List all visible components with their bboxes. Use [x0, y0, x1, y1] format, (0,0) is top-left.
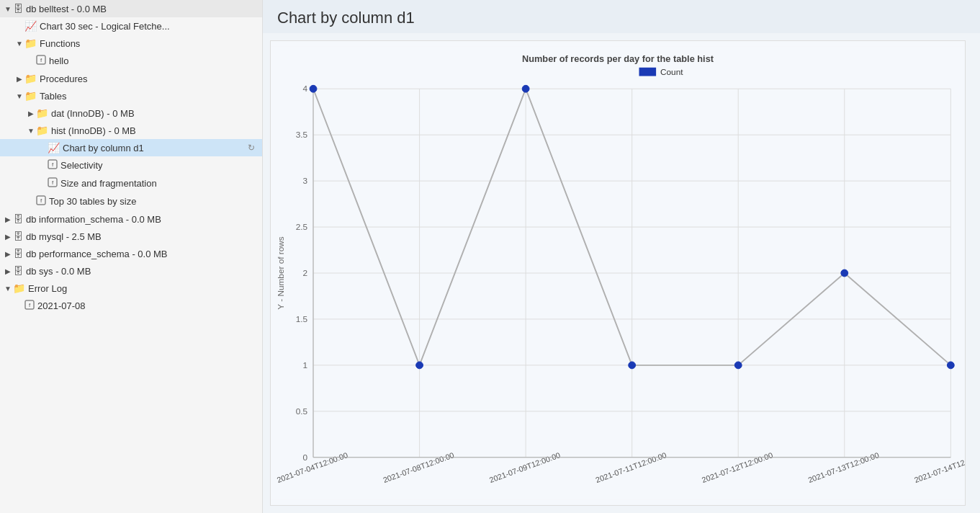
- database-icon: 🗄: [13, 213, 23, 225]
- chevron-icon: ▼: [14, 92, 24, 100]
- folder-icon: 📁: [24, 90, 37, 102]
- database-icon: 🗄: [13, 248, 23, 259]
- svg-text:f: f: [29, 302, 31, 308]
- chevron-icon: ▶: [3, 233, 13, 241]
- chevron-icon: ▶: [3, 267, 13, 275]
- svg-point-52: [947, 362, 954, 369]
- sidebar-item-label: Chart 30 sec - Logical Fetche...: [40, 21, 170, 32]
- sidebar-item-dat-innodb[interactable]: ▶📁dat (InnoDB) - 0 MB: [0, 104, 262, 122]
- sidebar-item-top30[interactable]: fTop 30 tables by size: [0, 192, 262, 210]
- sidebar-item-label: dat (InnoDB) - 0 MB: [51, 108, 135, 119]
- sidebar-item-label: Tables: [40, 91, 67, 102]
- svg-text:1.5: 1.5: [296, 314, 308, 324]
- svg-point-47: [416, 362, 423, 369]
- sidebar-item-label: db mysql - 2.5 MB: [26, 231, 102, 242]
- main-content: Chart by column d1 00.511.522.533.542021…: [263, 0, 980, 513]
- svg-text:Number of records per day for : Number of records per day for the table …: [522, 53, 714, 64]
- folder-icon: 📁: [36, 107, 48, 119]
- svg-text:0: 0: [303, 452, 308, 463]
- svg-point-49: [629, 362, 636, 369]
- svg-text:f: f: [40, 197, 42, 204]
- sidebar-item-db-belltest[interactable]: ▼🗄db belltest - 0.0 MB: [0, 0, 262, 17]
- sidebar-item-chart-column-d1[interactable]: 📈Chart by column d1↻: [0, 139, 262, 156]
- sidebar-item-label: hist (InnoDB) - 0 MB: [51, 125, 136, 136]
- svg-text:f: f: [40, 57, 42, 63]
- chevron-icon: ▶: [14, 75, 24, 83]
- sidebar-item-error-log[interactable]: ▼📁Error Log: [0, 280, 262, 297]
- sidebar-item-hello[interactable]: fhello: [0, 52, 262, 70]
- svg-text:3.5: 3.5: [296, 130, 308, 140]
- reload-icon[interactable]: ↻: [248, 143, 259, 153]
- sidebar-item-hist-innodb[interactable]: ▼📁hist (InnoDB) - 0 MB: [0, 122, 262, 139]
- line-chart: 00.511.522.533.542021-07-04T12:00:002021…: [271, 41, 965, 505]
- sidebar-item-label: Chart by column d1: [63, 143, 144, 153]
- svg-text:Count: Count: [660, 67, 683, 77]
- folder-icon: 📁: [24, 73, 37, 84]
- sidebar-item-errorlog-date[interactable]: f2021-07-08: [0, 297, 262, 315]
- database-icon: 🗄: [13, 265, 23, 277]
- sidebar-item-selectivity[interactable]: fSelectivity: [0, 156, 262, 174]
- database-icon: 🗄: [13, 231, 23, 242]
- sidebar-item-label: Procedures: [40, 73, 87, 84]
- svg-text:f: f: [52, 179, 54, 186]
- sidebar-item-db-perf-schema[interactable]: ▶🗄db performance_schema - 0.0 MB: [0, 245, 262, 262]
- folder-icon: 📁: [24, 37, 37, 49]
- svg-rect-54: [639, 68, 657, 76]
- function-icon: f: [36, 195, 46, 208]
- database-icon: 🗄: [13, 3, 23, 14]
- sidebar-item-chart-30sec[interactable]: 📈Chart 30 sec - Logical Fetche...: [0, 17, 262, 35]
- chart-icon: 📈: [24, 20, 37, 32]
- chart-container: 00.511.522.533.542021-07-04T12:00:002021…: [270, 40, 966, 506]
- sidebar-item-tables[interactable]: ▼📁Tables: [0, 87, 262, 104]
- function-icon: f: [36, 55, 46, 67]
- chevron-icon: ▶: [3, 215, 13, 223]
- sidebar-item-functions[interactable]: ▼📁Functions: [0, 35, 262, 52]
- sidebar: ▼🗄db belltest - 0.0 MB📈Chart 30 sec - Lo…: [0, 0, 263, 513]
- chart-area: 00.511.522.533.542021-07-04T12:00:002021…: [263, 33, 980, 513]
- function-icon: f: [48, 177, 58, 189]
- sidebar-item-db-info-schema[interactable]: ▶🗄db information_schema - 0.0 MB: [0, 210, 262, 228]
- sidebar-item-label: Error Log: [28, 283, 67, 294]
- svg-point-46: [310, 85, 317, 92]
- sidebar-item-label: Selectivity: [60, 160, 103, 171]
- svg-point-51: [841, 269, 848, 277]
- function-icon: f: [24, 300, 35, 312]
- sidebar-item-db-mysql[interactable]: ▶🗄db mysql - 2.5 MB: [0, 228, 262, 245]
- sidebar-item-label: Functions: [40, 38, 80, 49]
- sidebar-item-label: db information_schema - 0.0 MB: [26, 214, 161, 225]
- chart-title: Chart by column d1: [263, 0, 980, 33]
- svg-text:Y - Number of rows: Y - Number of rows: [276, 236, 286, 309]
- svg-text:1: 1: [303, 360, 308, 370]
- svg-point-50: [734, 362, 742, 369]
- sidebar-item-label: 2021-07-08: [37, 300, 86, 311]
- svg-text:0.5: 0.5: [296, 406, 308, 416]
- sidebar-item-label: Size and fragmentation: [60, 178, 157, 189]
- chevron-icon: ▼: [26, 127, 36, 135]
- sidebar-item-db-sys[interactable]: ▶🗄db sys - 0.0 MB: [0, 262, 262, 280]
- chevron-icon: ▼: [3, 5, 13, 13]
- chevron-icon: ▶: [3, 250, 13, 258]
- sidebar-item-label: Top 30 tables by size: [49, 196, 136, 207]
- function-icon: f: [48, 159, 58, 171]
- svg-text:f: f: [52, 161, 54, 168]
- sidebar-item-label: db sys - 0.0 MB: [26, 266, 91, 277]
- sidebar-item-label: db belltest - 0.0 MB: [26, 4, 107, 14]
- chevron-icon: ▼: [3, 285, 13, 293]
- svg-text:2.5: 2.5: [296, 222, 308, 232]
- sidebar-item-label: hello: [49, 55, 68, 66]
- svg-text:3: 3: [303, 176, 308, 186]
- sidebar-item-label: db performance_schema - 0.0 MB: [26, 249, 168, 259]
- chevron-icon: ▶: [26, 110, 36, 117]
- svg-text:2: 2: [303, 268, 308, 278]
- chevron-icon: ▼: [14, 40, 24, 48]
- sidebar-item-size-frag[interactable]: fSize and fragmentation: [0, 174, 262, 192]
- svg-text:4: 4: [303, 84, 308, 94]
- svg-point-48: [522, 85, 529, 92]
- sidebar-item-procedures[interactable]: ▶📁Procedures: [0, 70, 262, 87]
- folder-icon: 📁: [36, 125, 48, 136]
- folder-icon: 📁: [13, 282, 25, 294]
- chart-icon: 📈: [48, 142, 60, 153]
